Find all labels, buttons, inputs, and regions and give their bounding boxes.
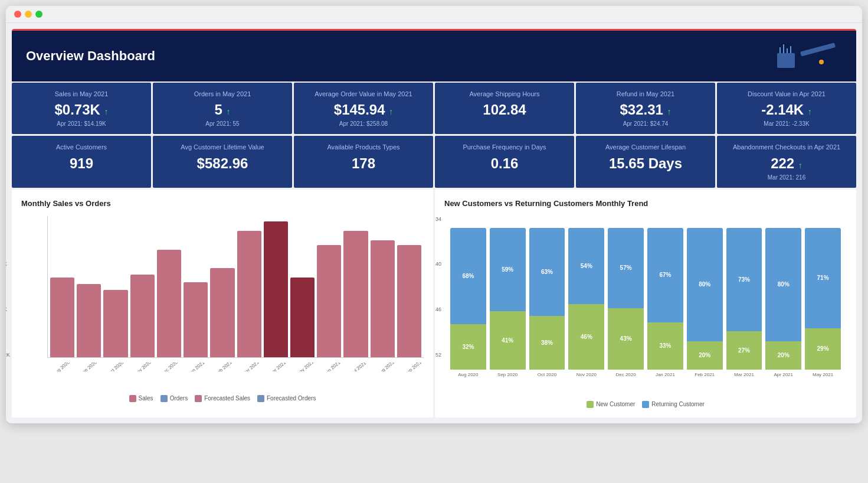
returning-bar-6: 80% <box>687 228 723 341</box>
stacked-xlabel-0: Aug 2020 <box>450 372 486 377</box>
legend-fsales-icon <box>195 395 202 402</box>
kpi-arrow-avg-order-value: ↑ <box>389 107 393 116</box>
kpi-label-avg-shipping: Average Shipping Hours <box>441 90 568 98</box>
kpi-label-product-types: Available Products Types <box>300 143 427 151</box>
kpi-row-1: Sales in May 2021 $0.73K ↑ Apr 2021: $14… <box>12 83 856 134</box>
svg-point-6 <box>819 60 824 64</box>
new-bar-2: 38% <box>529 316 565 369</box>
new-bar-1: 41% <box>490 311 526 369</box>
bar-10 <box>317 245 341 357</box>
x-label-12: Aug 2021 <box>375 363 397 371</box>
kpi-card-abandonment: Abandonment Checkouts in Apr 2021 222 ↑ … <box>717 136 856 187</box>
kpi-card-product-types: Available Products Types 178 <box>294 136 433 187</box>
order-dot-11 <box>355 221 358 224</box>
stacked-xlabel-9: May 2021 <box>805 372 841 377</box>
bar-7 <box>237 231 261 357</box>
new-bar-5: 33% <box>647 322 683 369</box>
x-label-1: Sep 2020 <box>77 363 100 371</box>
returning-bar-3: 54% <box>568 228 604 305</box>
kpi-label-active-customers: Active Customers <box>18 143 145 151</box>
new-bar-7: 27% <box>726 331 762 370</box>
x-label-4: Dec 2020 <box>158 363 181 371</box>
returning-customer-icon <box>642 401 649 408</box>
header-band: Overview Dashboard <box>12 29 856 81</box>
kpi-card-sales-may: Sales in May 2021 $0.73K ↑ Apr 2021: $14… <box>12 83 151 134</box>
stacked-bar-8: 80%20% <box>765 228 801 370</box>
kpi-label-avg-lifespan: Average Customer Lifespan <box>582 143 709 151</box>
x-label-5: Jan 2021 <box>185 363 208 371</box>
stacked-bar-2: 63%38% <box>529 228 565 370</box>
bar-group-11 <box>343 231 368 357</box>
x-label-6: Feb 2021 <box>212 363 235 371</box>
stacked-xlabel-6: Feb 2021 <box>687 372 723 377</box>
bar-chart <box>47 216 424 358</box>
kpi-value-purchase-freq: 0.16 <box>441 155 568 172</box>
bar-11 <box>343 231 368 357</box>
kpi-arrow-discount-apr: ↑ <box>808 107 812 116</box>
stacked-xlabel-3: Nov 2020 <box>568 372 604 377</box>
bar-3 <box>130 275 155 357</box>
returning-bar-1: 59% <box>490 228 526 312</box>
kpi-label-refund-may: Refund in May 2021 <box>582 90 709 98</box>
dashboard: Overview Dashboard Sales in May 2021 $0.… <box>6 23 862 423</box>
window: Overview Dashboard Sales in May 2021 $0.… <box>6 6 862 423</box>
bar-1 <box>77 284 101 357</box>
stacked-bar-4: 57%43% <box>608 228 644 370</box>
bar-13 <box>397 245 421 357</box>
kpi-value-refund-may: $32.31 ↑ <box>582 102 709 118</box>
x-label-9: May 2021 <box>294 363 316 371</box>
kpi-label-abandonment: Abandonment Checkouts in Apr 2021 <box>723 143 850 151</box>
y-axis-labels: $12K $8K $4K $0 <box>6 216 10 358</box>
returning-bar-2: 63% <box>529 228 565 316</box>
stacked-bar-5: 67%33% <box>647 228 683 370</box>
bar-0 <box>50 278 74 357</box>
stacked-xlabel-1: Sep 2020 <box>490 372 526 377</box>
kpi-label-sales-may: Sales in May 2021 <box>18 90 145 98</box>
minimize-dot[interactable] <box>25 11 32 18</box>
stacked-bar-0: 68%32% <box>450 228 486 370</box>
stacked-bar-9: 71%29% <box>805 228 841 370</box>
bar-group-8 <box>264 221 288 357</box>
new-bar-6: 20% <box>687 341 723 370</box>
kpi-card-orders-may: Orders in May 2021 5 ↑ Apr 2021: 55 <box>153 83 292 134</box>
legend-sales-icon <box>129 395 136 402</box>
kpi-value-discount-apr: -2.14K ↑ <box>723 102 850 118</box>
kpi-card-active-customers: Active Customers 919 <box>12 136 151 187</box>
monthly-sales-title: Monthly Sales vs Orders <box>21 199 424 208</box>
kpi-arrow-refund-may: ↑ <box>667 107 672 116</box>
monthly-sales-chart: $12K $8K $4K $0 52 46 40 34 <box>21 216 424 358</box>
stacked-bar-1: 59%41% <box>490 228 526 370</box>
expand-dot[interactable] <box>35 11 42 18</box>
kpi-sub-discount-apr: Mar 2021: -2.33K <box>723 120 850 127</box>
close-dot[interactable] <box>14 11 21 18</box>
kpi-row-2: Active Customers 919 Avg Customer Lifeti… <box>12 136 856 187</box>
new-bar-3: 46% <box>568 304 604 369</box>
legend-new-customer: New Customer <box>587 401 635 408</box>
svg-rect-2 <box>783 44 784 53</box>
kpi-label-avg-ltv: Avg Customer Lifetime Value <box>159 143 286 151</box>
bar-2 <box>103 290 127 357</box>
kpi-value-orders-may: 5 ↑ <box>159 102 286 118</box>
legend-sales: Sales <box>129 395 153 402</box>
bar-group-6 <box>210 268 234 357</box>
new-bar-9: 29% <box>805 328 841 370</box>
bar-group-9 <box>290 278 315 357</box>
kpi-arrow-abandonment: ↑ <box>798 161 803 170</box>
x-label-13: Sep 2021 <box>402 363 424 371</box>
stacked-xlabel-8: Apr 2021 <box>765 372 801 377</box>
dashboard-title: Overview Dashboard <box>26 48 155 64</box>
monthly-sales-panel: Monthly Sales vs Orders $12K $8K $4K $0 … <box>12 190 433 417</box>
customers-title: New Customers vs Returning Customers Mon… <box>444 199 847 208</box>
kpi-value-product-types: 178 <box>300 155 427 172</box>
stacked-xlabel-5: Jan 2021 <box>647 372 683 377</box>
kpi-card-avg-order-value: Average Order Value in May 2021 $145.94 … <box>294 83 433 134</box>
bar-group-1 <box>77 284 101 357</box>
new-customer-icon <box>587 401 594 408</box>
kpi-arrow-sales-may: ↑ <box>104 107 109 116</box>
chart-legend: Sales Orders Forecasted Sales Forecasted… <box>21 395 424 402</box>
kpi-sub-avg-order-value: Apr 2021: $258.08 <box>300 120 427 127</box>
returning-bar-5: 67% <box>647 228 683 323</box>
customers-panel: New Customers vs Returning Customers Mon… <box>435 190 856 417</box>
bar-group-5 <box>184 282 208 357</box>
stacked-xlabel-7: Mar 2021 <box>726 372 762 377</box>
